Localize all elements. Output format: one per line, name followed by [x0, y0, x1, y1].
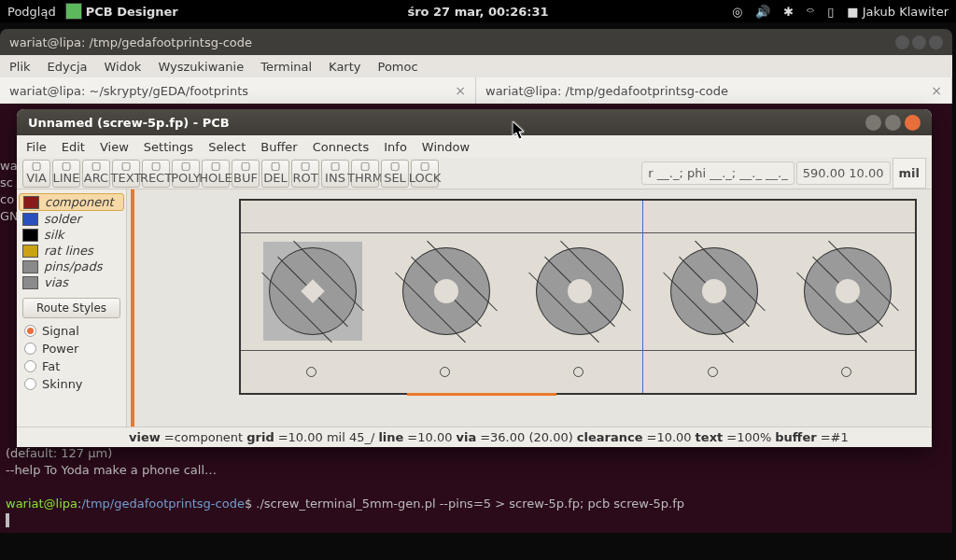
unit-label[interactable]: mil: [893, 158, 926, 189]
terminal-titlebar[interactable]: wariat@lipa: /tmp/gedafootprintsg-code: [0, 29, 952, 55]
terminal-menu-item[interactable]: Pomoc: [378, 60, 418, 74]
close-button[interactable]: [905, 115, 921, 131]
terminal-prompt-line: wariat@lipa:/tmp/gedafootprintsg-code$ .…: [6, 496, 947, 512]
terminal-output-line: (default: 127 μm): [6, 445, 947, 462]
canvas-area[interactable]: [127, 189, 932, 427]
layer-swatch: [22, 229, 38, 242]
terminal-tab[interactable]: wariat@lipa: /tmp/gedafootprintsg-code×: [476, 77, 952, 104]
close-icon[interactable]: ×: [455, 83, 466, 98]
tool-ins-button[interactable]: ▢INS: [321, 160, 349, 188]
pcb-toolbar: ▢VIA▢LINE▢ARC▢TEXT▢RECT▢POLY▢HOLE▢BUF▢DE…: [17, 158, 932, 189]
tool-sel-button[interactable]: ▢SEL: [381, 160, 409, 188]
coord-absolute: 590.00 10.00: [796, 161, 891, 185]
layer-item-component[interactable]: component: [19, 193, 124, 211]
layer-item-solder[interactable]: solder: [19, 211, 124, 227]
route-style-skinny[interactable]: Skinny: [19, 375, 124, 393]
accessibility-icon[interactable]: ◎: [732, 5, 742, 19]
pcb-menu-item[interactable]: Edit: [62, 140, 85, 154]
terminal-tab[interactable]: wariat@lipa: ~/skrypty/gEDA/footprints×: [0, 77, 476, 104]
app-label[interactable]: PCB Designer: [86, 5, 178, 19]
terminal-output-line: --help To Yoda make a phone call…: [6, 462, 947, 479]
layer-sidebar: componentsoldersilkrat linespins/padsvia…: [17, 189, 127, 427]
tool-text-button[interactable]: ▢TEXT: [112, 160, 140, 188]
pcb-menu-item[interactable]: Select: [208, 140, 246, 154]
terminal-menu-item[interactable]: Karty: [329, 60, 360, 74]
battery-icon[interactable]: ▯: [827, 5, 834, 19]
route-style-power[interactable]: Power: [19, 340, 124, 357]
route-style-fat[interactable]: Fat: [19, 357, 124, 375]
terminal-menu-item[interactable]: Wyszukiwanie: [158, 60, 244, 74]
route-styles-button[interactable]: Route Styles: [22, 298, 120, 318]
pcb-title-text: Unnamed (screw-5p.fp) - PCB: [28, 116, 230, 130]
maximize-button[interactable]: [912, 35, 926, 49]
maximize-button[interactable]: [885, 115, 901, 131]
terminal-menu-item[interactable]: Plik: [9, 60, 31, 74]
terminal-menu-item[interactable]: Terminal: [260, 60, 312, 74]
pcb-statusbar: view=component grid=10.00 mil 45_/ line=…: [17, 427, 932, 447]
bluetooth-icon[interactable]: ✱: [783, 5, 794, 19]
minimize-button[interactable]: [895, 35, 909, 49]
close-button[interactable]: [929, 35, 943, 49]
layer-swatch: [22, 260, 38, 273]
terminal-menu-item[interactable]: Widok: [104, 60, 141, 74]
pcb-menubar[interactable]: FileEditViewSettingsSelectBufferConnects…: [17, 135, 932, 158]
clock[interactable]: śro 27 mar, 00:26:31: [407, 5, 548, 19]
pcb-titlebar[interactable]: Unnamed (screw-5p.fp) - PCB: [17, 109, 932, 135]
pcb-canvas[interactable]: [239, 199, 917, 395]
layer-swatch: [22, 213, 38, 226]
crosshair-vline: [642, 201, 643, 393]
minimize-button[interactable]: [865, 115, 881, 131]
footprint-pad[interactable]: [269, 247, 357, 335]
wifi-icon[interactable]: ⌔: [807, 5, 814, 19]
pcb-menu-item[interactable]: Window: [422, 140, 470, 154]
scroll-indicator: [407, 393, 556, 396]
user-menu[interactable]: ■ Jakub Klawiter: [847, 5, 949, 19]
app-icon: [65, 3, 82, 20]
close-icon[interactable]: ×: [931, 83, 942, 98]
pcb-window: Unnamed (screw-5p.fp) - PCB FileEditView…: [17, 109, 932, 447]
activities-label[interactable]: Podgląd: [7, 5, 56, 19]
pcb-menu-item[interactable]: Info: [384, 140, 407, 154]
layer-item-rat lines[interactable]: rat lines: [19, 243, 124, 259]
tool-arc-button[interactable]: ▢ARC: [82, 160, 110, 188]
gnome-top-panel: Podgląd PCB Designer śro 27 mar, 00:26:3…: [0, 0, 956, 22]
radio-icon: [24, 343, 36, 355]
drill-mark: [440, 367, 450, 377]
tool-rect-button[interactable]: ▢RECT: [142, 160, 170, 188]
tool-del-button[interactable]: ▢DEL: [261, 160, 289, 188]
layer-item-pins/pads[interactable]: pins/pads: [19, 259, 124, 274]
terminal-menu-item[interactable]: Edycja: [48, 60, 88, 74]
tool-buf-button[interactable]: ▢BUF: [232, 160, 260, 188]
splitter-handle[interactable]: [131, 189, 134, 427]
terminal-cursor-line: [6, 512, 947, 529]
drill-mark: [841, 367, 851, 377]
layer-swatch: [23, 196, 39, 209]
tool-rot-button[interactable]: ▢ROT: [291, 160, 319, 188]
terminal-title: wariat@lipa: /tmp/gedafootprintsg-code: [9, 35, 252, 49]
footprint-pad[interactable]: [670, 247, 758, 335]
tool-thrm-button[interactable]: ▢THRM: [351, 160, 379, 188]
layer-item-vias[interactable]: vias: [19, 274, 124, 290]
tool-line-button[interactable]: ▢LINE: [52, 160, 80, 188]
drill-mark: [306, 367, 316, 377]
volume-icon[interactable]: 🔊: [755, 5, 770, 19]
footprint-pad[interactable]: [402, 247, 490, 335]
pcb-menu-item[interactable]: Settings: [144, 140, 193, 154]
radio-icon: [24, 378, 36, 390]
pcb-menu-item[interactable]: Connects: [313, 140, 370, 154]
terminal-tabs: wariat@lipa: ~/skrypty/gEDA/footprints×w…: [0, 77, 952, 104]
footprint-pad[interactable]: [804, 247, 892, 335]
pcb-menu-item[interactable]: View: [100, 140, 129, 154]
pcb-menu-item[interactable]: Buffer: [260, 140, 297, 154]
radio-icon: [24, 360, 36, 372]
pcb-menu-item[interactable]: File: [26, 140, 47, 154]
route-style-signal[interactable]: Signal: [19, 322, 124, 340]
tool-hole-button[interactable]: ▢HOLE: [202, 160, 230, 188]
tool-poly-button[interactable]: ▢POLY: [172, 160, 200, 188]
terminal-menubar[interactable]: PlikEdycjaWidokWyszukiwanieTerminalKarty…: [0, 55, 952, 77]
tool-lock-button[interactable]: ▢LOCK: [411, 160, 439, 188]
drill-mark: [708, 367, 718, 377]
footprint-pad[interactable]: [536, 247, 624, 335]
layer-item-silk[interactable]: silk: [19, 227, 124, 243]
tool-via-button[interactable]: ▢VIA: [22, 160, 50, 188]
